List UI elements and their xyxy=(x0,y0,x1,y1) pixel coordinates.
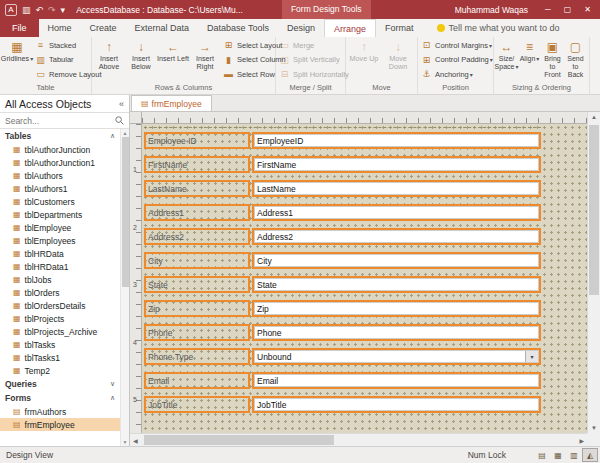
insert-left-button[interactable]: ← Insert Left▾ xyxy=(157,38,189,82)
chevron-down-icon[interactable]: ∨ xyxy=(110,380,115,388)
navigation-pane-header[interactable]: All Access Objects « xyxy=(0,95,129,113)
field-label[interactable]: State xyxy=(144,276,250,293)
nav-item-table[interactable]: ▦ tblAuthors1 xyxy=(0,182,120,195)
form-field-row[interactable]: LastName LastName ▾ xyxy=(144,180,541,197)
field-textbox[interactable]: Address1 ▾ xyxy=(252,204,541,221)
maximize-button[interactable]: ▢ xyxy=(560,5,576,14)
nav-section-tables[interactable]: Tables ∧ xyxy=(0,129,120,143)
field-textbox[interactable]: Zip ▾ xyxy=(252,300,541,317)
chevron-up-icon[interactable]: ∧ xyxy=(110,132,115,140)
nav-scrollbar[interactable]: ▲ ▼ xyxy=(120,129,129,446)
scroll-up-icon[interactable]: ▲ xyxy=(123,130,128,136)
nav-section-forms[interactable]: Forms ∧ xyxy=(0,391,120,405)
horizontal-scrollbar-thumb[interactable] xyxy=(144,435,334,445)
layout-view-button[interactable]: ▥ xyxy=(566,448,582,462)
nav-item-table[interactable]: ▦ tblHRData1 xyxy=(0,260,120,273)
nav-section-queries[interactable]: Queries ∨ xyxy=(0,377,120,391)
tell-me-box[interactable]: Tell me what you want to do xyxy=(437,19,560,37)
bring-to-front-button[interactable]: ▣ Bring to Front▾ xyxy=(541,38,564,82)
nav-scrollbar-thumb[interactable] xyxy=(122,137,129,287)
field-label[interactable]: Email xyxy=(144,372,250,389)
close-button[interactable]: ✕ xyxy=(580,5,595,14)
chevron-up-icon[interactable]: ∧ xyxy=(110,394,115,402)
nav-item-table[interactable]: ▦ tblProjects_Archive xyxy=(0,325,120,338)
send-to-back-button[interactable]: ▢ Send to Back▾ xyxy=(564,38,587,82)
field-textbox[interactable]: State ▾ xyxy=(252,276,541,293)
ribbon-tab[interactable]: Database Tools xyxy=(198,19,278,37)
ribbon-tab[interactable]: Format xyxy=(376,19,423,37)
anchoring-button[interactable]: ⚓ Anchoring▾ xyxy=(419,67,495,82)
nav-item-table[interactable]: ▦ tblEmployee xyxy=(0,221,120,234)
field-label[interactable]: City xyxy=(144,252,250,269)
nav-item-form[interactable]: ▤ frmAuthors xyxy=(0,405,120,418)
nav-item-table[interactable]: ▦ Temp2 xyxy=(0,364,120,377)
split-horizontally-button[interactable]: ⊟ Split Horizontally▾ xyxy=(277,67,351,82)
split-vertically-button[interactable]: ◫ Split Vertically▾ xyxy=(277,53,351,68)
scroll-down-icon[interactable]: ▼ xyxy=(123,439,128,445)
field-textbox[interactable]: FirstName ▾ xyxy=(252,156,541,173)
save-icon[interactable]: ▥ xyxy=(22,5,31,15)
form-view-button[interactable]: ▤ xyxy=(534,448,550,462)
ribbon-tab[interactable]: Arrange xyxy=(324,19,376,37)
form-field-row[interactable]: Phone Phone ▾ xyxy=(144,324,541,341)
field-label[interactable]: FirstName xyxy=(144,156,250,173)
gridlines-button[interactable]: ▦ Gridlines▾ xyxy=(1,38,33,82)
form-field-row[interactable]: State State ▾ xyxy=(144,276,541,293)
insert-above-button[interactable]: ↑ Insert Above▾ xyxy=(93,38,125,82)
nav-item-table[interactable]: ▦ tblAuthors xyxy=(0,169,120,182)
search-input[interactable] xyxy=(5,116,112,126)
move-down-button[interactable]: ↓ Move Down▾ xyxy=(381,38,415,82)
ribbon-tab[interactable]: External Data xyxy=(126,19,199,37)
field-textbox[interactable]: Email ▾ xyxy=(252,372,541,389)
scroll-up-icon[interactable]: ▲ xyxy=(591,114,597,120)
field-textbox[interactable]: Phone ▾ xyxy=(252,324,541,341)
nav-item-table[interactable]: ▦ tblHRData xyxy=(0,247,120,260)
nav-item-table[interactable]: ▦ tblProjects xyxy=(0,312,120,325)
field-textbox[interactable]: City ▾ xyxy=(252,252,541,269)
datasheet-view-button[interactable]: ▦ xyxy=(550,448,566,462)
form-field-row[interactable]: Address1 Address1 ▾ xyxy=(144,204,541,221)
nav-item-table[interactable]: ▦ tblJobs xyxy=(0,273,120,286)
design-view-button[interactable]: ◭ xyxy=(582,448,598,462)
nav-item-table[interactable]: ▦ tblTasks xyxy=(0,338,120,351)
form-field-row[interactable]: City City ▾ xyxy=(144,252,541,269)
field-label[interactable]: JobTitle xyxy=(144,396,250,413)
minimize-button[interactable]: ─ xyxy=(541,5,555,14)
field-textbox[interactable]: EmployeeID ▾ xyxy=(252,132,541,149)
form-field-row[interactable]: Address2 Address2 ▾ xyxy=(144,228,541,245)
field-textbox[interactable]: Address2 ▾ xyxy=(252,228,541,245)
field-label[interactable]: Address2 xyxy=(144,228,250,245)
field-label[interactable]: LastName xyxy=(144,180,250,197)
form-field-row[interactable]: Employee ID EmployeeID ▾ xyxy=(144,132,541,149)
move-up-button[interactable]: ↑ Move Up▾ xyxy=(347,38,381,82)
ribbon-tab[interactable]: File xyxy=(0,19,39,37)
document-tab-frmEmployee[interactable]: ▤ frmEmployee xyxy=(131,95,212,111)
nav-item-table[interactable]: ▦ tblAuthorJunction xyxy=(0,143,120,156)
redo-icon[interactable]: ↷ xyxy=(48,5,56,15)
undo-icon[interactable]: ↶ xyxy=(36,5,44,15)
field-label[interactable]: Phone Type xyxy=(144,348,250,365)
scroll-down-icon[interactable]: ▼ xyxy=(591,425,597,431)
vertical-scrollbar[interactable]: ▲ ▼ xyxy=(587,112,600,433)
form-field-row[interactable]: Zip Zip ▾ xyxy=(144,300,541,317)
nav-item-table[interactable]: ▦ tblTasks1 xyxy=(0,351,120,364)
form-field-row[interactable]: FirstName FirstName ▾ xyxy=(144,156,541,173)
nav-item-form[interactable]: ▤ frmEmployee xyxy=(0,418,120,431)
form-field-row[interactable]: Email Email ▾ xyxy=(144,372,541,389)
form-field-row[interactable]: JobTitle JobTitle ▾ xyxy=(144,396,541,413)
ribbon-tab[interactable]: Create xyxy=(81,19,126,37)
insert-right-button[interactable]: → Insert Right▾ xyxy=(189,38,221,82)
field-label[interactable]: Address1 xyxy=(144,204,250,221)
nav-item-table[interactable]: ▦ tblDepartments xyxy=(0,208,120,221)
scroll-left-icon[interactable]: ◀ xyxy=(133,437,138,444)
field-textbox[interactable]: JobTitle ▾ xyxy=(252,396,541,413)
scroll-right-icon[interactable]: ▶ xyxy=(579,437,584,444)
nav-item-table[interactable]: ▦ tblOrdersDetails xyxy=(0,299,120,312)
ribbon-tab[interactable]: Design xyxy=(278,19,324,37)
control-margins-button[interactable]: ⊡ Control Margins▾ xyxy=(419,38,495,53)
nav-item-table[interactable]: ▦ tblCustomers xyxy=(0,195,120,208)
insert-below-button[interactable]: ↓ Insert Below▾ xyxy=(125,38,157,82)
field-textbox[interactable]: LastName ▾ xyxy=(252,180,541,197)
align-button[interactable]: ≡ Align▾ xyxy=(518,38,541,82)
field-label[interactable]: Phone xyxy=(144,324,250,341)
